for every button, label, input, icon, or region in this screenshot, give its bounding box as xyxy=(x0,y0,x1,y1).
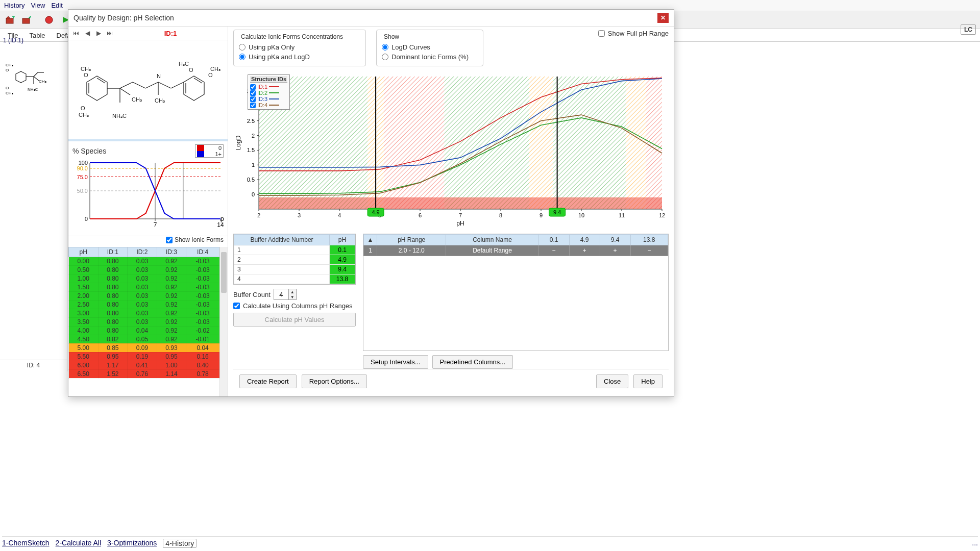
svg-text:14: 14 xyxy=(217,221,224,229)
svg-text:1: 1 xyxy=(252,162,255,168)
chart-legend[interactable]: Structure IDs ID:1 ID:2 ID:3 ID:4 xyxy=(248,74,290,110)
menu-history[interactable]: History xyxy=(4,2,24,9)
logd-chart[interactable]: 2345678910111200.511.522.533.54pHLogD4.9… xyxy=(233,71,667,230)
spin-down-icon[interactable]: ▼ xyxy=(289,294,296,299)
radio-pka-only[interactable]: Using pKa Only xyxy=(239,42,360,52)
species-chart: 10090.075.050.00714pH xyxy=(72,160,224,231)
svg-text:2: 2 xyxy=(252,133,255,139)
svg-text:3: 3 xyxy=(298,212,301,218)
left-panel-footer: ID: 4 xyxy=(0,360,67,370)
svg-text:50.0: 50.0 xyxy=(77,188,88,194)
buffer-table[interactable]: Buffer Additive NumberpH10.124.939.4413.… xyxy=(233,234,356,285)
svg-text:9.4: 9.4 xyxy=(553,209,561,215)
nav-prev-icon[interactable]: ◀ xyxy=(83,29,92,38)
calc-using-columns-checkbox[interactable]: Calculate Using Columns pH Ranges xyxy=(233,302,356,310)
help-button[interactable]: Help xyxy=(633,374,663,388)
svg-marker-27 xyxy=(184,76,204,101)
species-title: % Species xyxy=(72,147,106,155)
svg-rect-70 xyxy=(529,77,553,209)
record-icon[interactable] xyxy=(42,13,56,27)
svg-line-6 xyxy=(34,72,38,77)
radio-logd-curves[interactable]: LogD Curves xyxy=(382,42,478,52)
mode-badge: LC xyxy=(961,24,976,35)
svg-line-25 xyxy=(158,82,171,88)
svg-text:CH₃: CH₃ xyxy=(39,79,46,84)
spin-up-icon[interactable]: ▲ xyxy=(289,289,296,294)
svg-text:O: O xyxy=(189,67,193,73)
bottom-tab-2[interactable]: 2-Calculate All xyxy=(56,539,102,548)
svg-text:0.5: 0.5 xyxy=(247,177,255,183)
menu-view[interactable]: View xyxy=(31,2,45,9)
svg-point-2 xyxy=(45,16,53,23)
svg-rect-1 xyxy=(22,18,30,23)
columns-table[interactable]: ▲pH RangeColumn Name0.14.99.413.812.0 - … xyxy=(363,234,669,351)
svg-text:O: O xyxy=(84,72,88,78)
open-icon[interactable] xyxy=(3,13,17,27)
ph-selection-dialog: Quality by Design: pH Selection ✕ ⏮ ◀ ▶ … xyxy=(68,9,674,397)
svg-line-22 xyxy=(120,82,133,88)
calculate-ph-button[interactable]: Calculate pH Values xyxy=(233,313,356,327)
svg-text:pH: pH xyxy=(220,215,224,222)
bottom-tab-1[interactable]: 1-ChemSketch xyxy=(2,539,50,548)
svg-marker-4 xyxy=(16,71,26,83)
svg-rect-74 xyxy=(259,197,662,209)
svg-text:NH₂C: NH₂C xyxy=(28,87,38,92)
buffer-count-spinner[interactable]: ▲▼ xyxy=(274,289,297,300)
scrollbar[interactable] xyxy=(219,247,228,397)
report-options-button[interactable]: Report Options... xyxy=(302,374,367,388)
predefined-columns-button[interactable]: Predefined Columns... xyxy=(432,355,513,369)
svg-text:H₃C: H₃C xyxy=(179,61,189,67)
nav-last-icon[interactable]: ⏭ xyxy=(105,29,114,38)
svg-text:8: 8 xyxy=(499,212,502,218)
svg-text:2: 2 xyxy=(257,212,260,218)
show-full-ph-checkbox[interactable]: Show Full pH Range xyxy=(598,30,669,37)
svg-line-23 xyxy=(133,82,145,88)
menu-edit[interactable]: Edit xyxy=(51,2,62,9)
svg-marker-16 xyxy=(87,76,107,101)
svg-line-21 xyxy=(120,88,130,95)
setup-intervals-button[interactable]: Setup Intervals... xyxy=(363,355,428,369)
calc-mode-group: Calculate Ionic Forms Concentrations Usi… xyxy=(233,30,366,66)
svg-text:pH: pH xyxy=(456,220,464,227)
ph-values-table[interactable]: pHID:1ID:2ID:3ID:40.000.800.030.92-0.030… xyxy=(68,247,219,397)
species-legend: 0 1+ xyxy=(195,144,224,158)
svg-text:0: 0 xyxy=(252,191,255,197)
svg-text:CH₃: CH₃ xyxy=(6,63,13,67)
svg-rect-73 xyxy=(646,77,662,209)
buffer-count-label: Buffer Count xyxy=(233,291,271,298)
radio-dominant-ionic[interactable]: Dominant Ionic Forms (%) xyxy=(382,52,478,62)
close-button[interactable]: Close xyxy=(596,374,628,388)
svg-text:75.0: 75.0 xyxy=(77,174,88,180)
close-icon[interactable]: ✕ xyxy=(657,13,669,23)
svg-text:4: 4 xyxy=(338,212,341,218)
nav-first-icon[interactable]: ⏮ xyxy=(71,29,81,38)
svg-text:7: 7 xyxy=(459,212,462,218)
svg-text:90.0: 90.0 xyxy=(77,165,88,171)
nav-next-icon[interactable]: ▶ xyxy=(94,29,103,38)
buffer-count-input[interactable] xyxy=(274,291,288,298)
svg-rect-0 xyxy=(6,18,13,23)
structure-display: CH₃O OCH₃ NH₂CCH₃ CH₃N H₃CO OCH₃ xyxy=(68,40,228,141)
svg-text:CH₃: CH₃ xyxy=(210,66,220,72)
svg-text:CH₃: CH₃ xyxy=(132,96,142,103)
svg-text:6: 6 xyxy=(419,212,422,218)
radio-pka-logd[interactable]: Using pKa and LogD xyxy=(239,52,360,62)
svg-text:CH₃: CH₃ xyxy=(155,97,165,104)
more-icon[interactable]: ... xyxy=(972,539,978,548)
svg-text:CH₃: CH₃ xyxy=(79,112,89,118)
svg-text:4.9: 4.9 xyxy=(372,209,379,215)
svg-text:0: 0 xyxy=(85,216,88,222)
svg-text:1.5: 1.5 xyxy=(247,147,255,153)
svg-text:9: 9 xyxy=(540,212,543,218)
svg-text:LogD: LogD xyxy=(235,135,242,150)
create-report-button[interactable]: Create Report xyxy=(239,374,297,388)
svg-rect-72 xyxy=(626,77,646,209)
bottom-tab-4[interactable]: 4-History xyxy=(163,539,197,548)
svg-text:CH₃: CH₃ xyxy=(6,91,13,95)
svg-text:12: 12 xyxy=(659,212,665,218)
save-icon[interactable] xyxy=(19,13,34,27)
bottom-tab-3[interactable]: 3-Optimizations xyxy=(107,539,157,548)
show-ionic-forms-checkbox[interactable]: Show Ionic Forms xyxy=(166,236,224,243)
structure-thumbnail: CH₃O OCH₃ CH₃NH₂C xyxy=(3,51,64,112)
svg-text:N: N xyxy=(157,73,161,79)
